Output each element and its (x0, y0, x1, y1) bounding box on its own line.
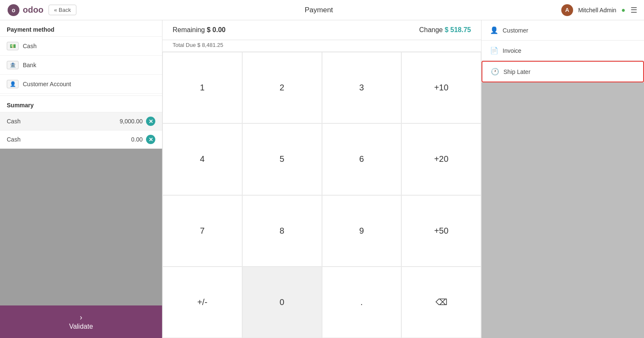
page-title: Payment (305, 6, 333, 14)
validate-chevron-icon: › (80, 313, 82, 322)
bank-icon: 🏦 (7, 61, 19, 69)
customer-item[interactable]: 👤 Customer (482, 20, 644, 41)
summary-row-2-actions: 0.00 ✕ (131, 135, 155, 144)
back-label: Back (59, 7, 71, 13)
wifi-icon: ● (621, 6, 625, 14)
svg-text:o: o (12, 7, 16, 14)
ship-later-label: Ship Later (503, 68, 530, 75)
invoice-label: Invoice (503, 47, 521, 54)
key-dot[interactable]: . (322, 267, 402, 338)
invoice-document-icon: 📄 (490, 46, 498, 55)
total-due-label: Total Due (173, 42, 196, 48)
key-plus50[interactable]: +50 (401, 195, 481, 267)
user-avatar: A (561, 4, 573, 16)
topbar: o odoo « Back Payment A Mitchell Admin ●… (0, 0, 644, 20)
change-text: Change $ 518.75 (419, 26, 471, 34)
summary-row-1: Cash 9,000.00 ✕ (0, 112, 162, 131)
key-0[interactable]: 0 (242, 267, 322, 338)
topbar-right: A Mitchell Admin ● ☰ (561, 4, 637, 16)
right-panel-top: 👤 Customer 📄 Invoice 🕐 Ship Later (482, 20, 644, 82)
payment-summary-bar: Remaining $ 0.00 Change $ 518.75 (162, 20, 481, 40)
summary-row-2-label: Cash (7, 136, 21, 143)
sidebar-spacer (0, 149, 162, 305)
payment-method-bank[interactable]: 🏦 Bank (0, 56, 162, 75)
summary-row-1-actions: 9,000.00 ✕ (120, 117, 156, 126)
back-button[interactable]: « Back (49, 5, 76, 15)
numpad-grid: 1 2 3 +10 4 5 6 +20 7 8 9 +50 +/- 0 . ⌫ (162, 52, 481, 338)
odoo-logo: o odoo (7, 3, 43, 17)
payment-method-customer-account[interactable]: 👤 Customer Account (0, 75, 162, 94)
numpad-area: Remaining $ 0.00 Change $ 518.75 Total D… (162, 20, 482, 338)
customer-account-label: Customer Account (23, 81, 71, 87)
key-1[interactable]: 1 (162, 52, 242, 123)
remaining-value: $ 0.00 (207, 26, 225, 33)
right-panel-spacer (482, 82, 644, 338)
payment-method-cash[interactable]: 💵 Cash (0, 37, 162, 56)
customer-label: Customer (503, 27, 528, 34)
key-plus20[interactable]: +20 (401, 123, 481, 195)
key-8[interactable]: 8 (242, 195, 322, 267)
validate-label: Validate (69, 323, 93, 330)
key-4[interactable]: 4 (162, 123, 242, 195)
key-9[interactable]: 9 (322, 195, 402, 267)
topbar-left: o odoo « Back (7, 3, 76, 17)
cash-label: Cash (23, 43, 37, 49)
ship-later-clock-icon: 🕐 (491, 68, 499, 76)
sidebar: Payment method 💵 Cash 🏦 Bank 👤 Customer … (0, 20, 162, 338)
hamburger-menu-icon[interactable]: ☰ (630, 5, 637, 15)
right-panel: 👤 Customer 📄 Invoice 🕐 Ship Later (482, 20, 644, 338)
key-6[interactable]: 6 (322, 123, 402, 195)
summary-row-1-label: Cash (7, 118, 21, 125)
key-7[interactable]: 7 (162, 195, 242, 267)
summary-row-2: Cash 0.00 ✕ (0, 131, 162, 149)
invoice-item[interactable]: 📄 Invoice (482, 41, 644, 61)
payment-method-title: Payment method (0, 20, 162, 37)
user-name: Mitchell Admin (578, 7, 616, 14)
key-5[interactable]: 5 (242, 123, 322, 195)
summary-title: Summary (0, 95, 162, 112)
customer-account-icon: 👤 (7, 80, 19, 88)
odoo-logo-icon: o (7, 3, 20, 17)
validate-button[interactable]: › Validate (0, 305, 162, 338)
customer-person-icon: 👤 (490, 26, 498, 34)
ship-later-item[interactable]: 🕐 Ship Later (482, 61, 644, 82)
back-arrow-icon: « (54, 7, 57, 13)
change-value: $ 518.75 (445, 26, 471, 33)
summary-row-2-value: 0.00 (131, 136, 143, 143)
main-content: Payment method 💵 Cash 🏦 Bank 👤 Customer … (0, 20, 644, 338)
change-label: Change (419, 26, 443, 33)
key-plus10[interactable]: +10 (401, 52, 481, 123)
key-3[interactable]: 3 (322, 52, 402, 123)
remaining-text: Remaining $ 0.00 (173, 26, 225, 34)
key-plusminus[interactable]: +/- (162, 267, 242, 338)
summary-row-2-remove[interactable]: ✕ (146, 135, 155, 144)
key-2[interactable]: 2 (242, 52, 322, 123)
total-due-value: $ 8,481.25 (198, 42, 223, 48)
remaining-label: Remaining (173, 26, 205, 33)
cash-icon: 💵 (7, 42, 19, 50)
total-due-bar: Total Due $ 8,481.25 (162, 40, 481, 52)
odoo-brand-text: odoo (23, 5, 43, 15)
summary-row-1-value: 9,000.00 (120, 118, 143, 125)
key-backspace[interactable]: ⌫ (401, 267, 481, 338)
summary-row-1-remove[interactable]: ✕ (146, 117, 155, 126)
bank-label: Bank (23, 62, 36, 68)
